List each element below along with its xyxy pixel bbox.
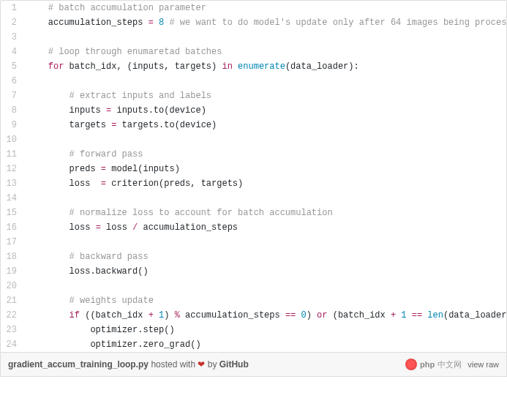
code-line: 10	[1, 132, 507, 147]
line-number[interactable]: 6	[1, 74, 23, 89]
line-number[interactable]: 13	[1, 176, 23, 191]
code-cell[interactable]: optimizer.zero_grad()	[23, 337, 507, 352]
code-line: 23 optimizer.step()	[1, 323, 507, 337]
line-number[interactable]: 20	[1, 279, 23, 293]
code-cell[interactable]: if ((batch_idx + 1) % accumulation_steps…	[23, 308, 507, 323]
code-cell[interactable]: # normalize loss to account for batch ac…	[23, 206, 507, 220]
code-cell[interactable]: targets = targets.to(device)	[23, 118, 507, 132]
gist-meta-bar: gradient_accum_training_loop.py hosted w…	[0, 353, 507, 377]
code-line: 11 # forward pass	[1, 147, 507, 162]
code-line: 3	[1, 30, 507, 45]
code-cell[interactable]	[23, 74, 507, 89]
github-link[interactable]: GitHub	[219, 359, 249, 370]
code-cell[interactable]	[23, 30, 507, 45]
code-cell[interactable]: inputs = inputs.to(device)	[23, 103, 507, 118]
watermark: php 中文网	[405, 359, 462, 370]
code-cell[interactable]: accumulation_steps = 8 # we want to do m…	[23, 15, 507, 30]
code-cell[interactable]	[23, 279, 507, 293]
code-line: 6	[1, 74, 507, 89]
code-line: 19 loss.backward()	[1, 264, 507, 279]
code-line: 5 for batch_idx, (inputs, targets) in en…	[1, 59, 507, 74]
line-number[interactable]: 19	[1, 264, 23, 279]
line-number[interactable]: 24	[1, 337, 23, 352]
code-line: 22 if ((batch_idx + 1) % accumulation_st…	[1, 308, 507, 323]
watermark-text: 中文网	[437, 359, 462, 370]
line-number[interactable]: 9	[1, 118, 23, 132]
code-line: 1 # batch accumulation parameter	[1, 1, 507, 15]
php-logo-icon	[405, 359, 417, 370]
line-number[interactable]: 21	[1, 293, 23, 308]
by-text: by	[205, 359, 219, 370]
gist-container: 1 # batch accumulation parameter2 accumu…	[0, 0, 507, 353]
code-cell[interactable]: loss = criterion(preds, targets)	[23, 176, 507, 191]
line-number[interactable]: 17	[1, 235, 23, 250]
view-raw-link[interactable]: view raw	[467, 360, 499, 369]
code-line: 4 # loop through enumaretad batches	[1, 45, 507, 59]
code-cell[interactable]	[23, 191, 507, 206]
line-number[interactable]: 1	[1, 1, 23, 15]
code-line: 21 # weights update	[1, 293, 507, 308]
code-line: 16 loss = loss / accumulation_steps	[1, 220, 507, 235]
gist-meta-right: php 中文网 view raw	[405, 359, 499, 370]
code-cell[interactable]: optimizer.step()	[23, 323, 507, 337]
line-number[interactable]: 4	[1, 45, 23, 59]
code-table: 1 # batch accumulation parameter2 accumu…	[1, 1, 507, 352]
line-number[interactable]: 15	[1, 206, 23, 220]
code-cell[interactable]	[23, 132, 507, 147]
line-number[interactable]: 2	[1, 15, 23, 30]
code-line: 12 preds = model(inputs)	[1, 162, 507, 176]
line-number[interactable]: 16	[1, 220, 23, 235]
code-cell[interactable]: # weights update	[23, 293, 507, 308]
code-cell[interactable]: # batch accumulation parameter	[23, 1, 507, 15]
code-line: 24 optimizer.zero_grad()	[1, 337, 507, 352]
code-line: 9 targets = targets.to(device)	[1, 118, 507, 132]
code-cell[interactable]: loss.backward()	[23, 264, 507, 279]
code-cell[interactable]: preds = model(inputs)	[23, 162, 507, 176]
line-number[interactable]: 14	[1, 191, 23, 206]
line-number[interactable]: 11	[1, 147, 23, 162]
line-number[interactable]: 18	[1, 250, 23, 264]
code-cell[interactable]: # forward pass	[23, 147, 507, 162]
line-number[interactable]: 3	[1, 30, 23, 45]
code-line: 17	[1, 235, 507, 250]
line-number[interactable]: 7	[1, 89, 23, 103]
code-line: 2 accumulation_steps = 8 # we want to do…	[1, 15, 507, 30]
gist-filename-link[interactable]: gradient_accum_training_loop.py	[8, 359, 149, 370]
code-cell[interactable]: # extract inputs and labels	[23, 89, 507, 103]
code-cell[interactable]: # loop through enumaretad batches	[23, 45, 507, 59]
line-number[interactable]: 23	[1, 323, 23, 337]
line-number[interactable]: 22	[1, 308, 23, 323]
line-number[interactable]: 10	[1, 132, 23, 147]
code-cell[interactable]	[23, 235, 507, 250]
line-number[interactable]: 12	[1, 162, 23, 176]
code-cell[interactable]: loss = loss / accumulation_steps	[23, 220, 507, 235]
code-line: 15 # normalize loss to account for batch…	[1, 206, 507, 220]
line-number[interactable]: 8	[1, 103, 23, 118]
line-number[interactable]: 5	[1, 59, 23, 74]
code-line: 13 loss = criterion(preds, targets)	[1, 176, 507, 191]
code-line: 8 inputs = inputs.to(device)	[1, 103, 507, 118]
code-line: 18 # backward pass	[1, 250, 507, 264]
code-line: 20	[1, 279, 507, 293]
heart-icon: ❤	[198, 359, 205, 370]
code-line: 7 # extract inputs and labels	[1, 89, 507, 103]
code-line: 14	[1, 191, 507, 206]
gist-meta-left: gradient_accum_training_loop.py hosted w…	[8, 359, 249, 370]
code-cell[interactable]: # backward pass	[23, 250, 507, 264]
hosted-text: hosted with	[149, 359, 198, 370]
code-cell[interactable]: for batch_idx, (inputs, targets) in enum…	[23, 59, 507, 74]
